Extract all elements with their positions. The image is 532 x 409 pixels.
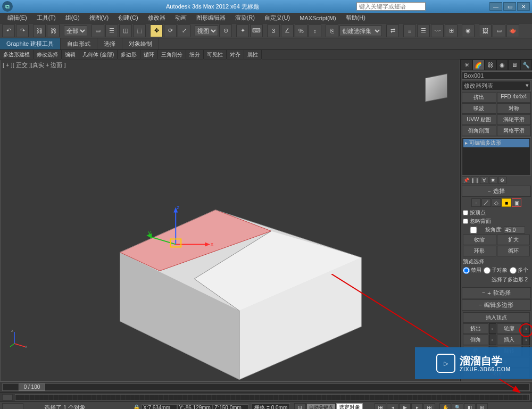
menu-animation[interactable]: 动画 (171, 13, 191, 23)
zoom-icon[interactable]: 🔍 (452, 403, 463, 409)
menu-views[interactable]: 视图(V) (85, 13, 113, 23)
tab-selection[interactable]: 选择 (97, 38, 122, 49)
subobj-polygon-icon[interactable]: ■ (502, 198, 511, 207)
extrude-settings-icon[interactable]: ▫ (489, 323, 496, 334)
coord-x-field[interactable] (148, 405, 176, 409)
modbtn-turbosmooth[interactable]: 涡轮平滑 (497, 114, 531, 125)
close-button[interactable]: ✕ (517, 2, 530, 11)
utilities-tab-icon[interactable]: 🔧 (520, 60, 532, 70)
scale-icon[interactable]: ⤢ (178, 24, 190, 37)
maximize-button[interactable]: ▭ (503, 2, 516, 11)
manipulate-icon[interactable]: ✦ (236, 24, 249, 37)
viewport[interactable]: [ + ][ 正交 ][真实 + 边面 ] (0, 60, 460, 381)
tab-freeform[interactable]: 自由形式 (61, 38, 97, 49)
create-tab-icon[interactable]: ✳ (461, 60, 472, 70)
snap-toggle-icon[interactable]: 3 (267, 24, 280, 37)
panel-tri[interactable]: 三角剖分 (158, 50, 186, 60)
motion-tab-icon[interactable]: ◉ (496, 60, 508, 70)
subobj-border-icon[interactable]: ◇ (492, 198, 501, 207)
goto-end-icon[interactable]: ⏭ (423, 403, 435, 409)
menu-group[interactable]: 组(G) (61, 13, 84, 23)
render-frame-icon[interactable]: ▭ (493, 24, 505, 37)
show-end-icon[interactable]: ❙❙ (471, 177, 479, 184)
menu-maxscript[interactable]: MAXScript(M) (295, 14, 340, 22)
link-icon[interactable]: ⛓ (33, 24, 46, 37)
panel-props[interactable]: 属性 (244, 50, 262, 60)
rollout-softsel[interactable]: + 软选择 (462, 287, 531, 298)
menu-tools[interactable]: 工具(T) (32, 13, 60, 23)
unlink-icon[interactable]: ⛓̸ (47, 24, 60, 37)
modbtn-ffd[interactable]: FFD 4x4x4 (497, 92, 531, 103)
modify-tab-icon[interactable]: 🌈 (472, 60, 484, 70)
mirror-icon[interactable]: ⇄ (386, 24, 399, 37)
preview-subobj-radio[interactable] (484, 267, 491, 274)
window-crossing-icon[interactable]: ⬚ (133, 24, 146, 37)
panel-geom[interactable]: 几何体 (全部) (79, 50, 118, 60)
by-vertex-checkbox[interactable] (463, 210, 468, 215)
select-name-icon[interactable]: ☰ (105, 24, 118, 37)
panel-modsel[interactable]: 修改选择 (34, 50, 62, 60)
coord-y-field[interactable] (184, 405, 211, 409)
selkey-label[interactable]: 选定对象 (336, 403, 363, 409)
viewport-label[interactable]: [ + ][ 正交 ][真实 + 边面 ] (3, 61, 66, 69)
pin-stack-icon[interactable]: 📌 (462, 177, 470, 184)
extrude-button[interactable]: 挤出 (463, 323, 488, 334)
unique-icon[interactable]: ∀ (480, 177, 488, 184)
menu-create[interactable]: 创建(C) (114, 13, 142, 23)
menu-modifiers[interactable]: 修改器 (144, 13, 170, 23)
curve-editor-icon[interactable]: 〰 (431, 24, 444, 37)
select-region-icon[interactable]: ◫ (119, 24, 132, 37)
align-icon[interactable]: ≡ (403, 24, 416, 37)
trackbar-ticks[interactable] (15, 394, 530, 400)
stack-item-editpoly[interactable]: ▸ 可编辑多边形 (463, 139, 529, 147)
search-input[interactable] (356, 2, 426, 11)
render-setup-icon[interactable]: 🖼 (479, 24, 492, 37)
outline-settings-icon[interactable]: ▫ (522, 323, 530, 334)
display-tab-icon[interactable]: 🖥 (508, 60, 520, 70)
subobj-vertex-icon[interactable]: · (471, 198, 481, 207)
fov-icon[interactable]: ◧ (464, 403, 476, 409)
ref-coord-system[interactable]: 视图 (195, 26, 218, 36)
select-icon[interactable]: ▭ (92, 24, 104, 37)
rotate-icon[interactable]: ⟳ (164, 24, 177, 37)
zoom-all-icon[interactable]: ⊞ (476, 403, 488, 409)
tab-objpaint[interactable]: 对象绘制 (122, 38, 159, 49)
schematic-icon[interactable]: ⊞ (445, 24, 458, 37)
menu-render[interactable]: 渲染(R) (231, 13, 259, 23)
modifier-stack[interactable]: ▸ 可编辑多边形 (462, 137, 531, 176)
panel-polymodel[interactable]: 多边形建模 (0, 50, 34, 60)
lock-icon[interactable]: 🔒 (133, 404, 140, 409)
redo-icon[interactable]: ↷ (16, 24, 29, 37)
angle-snap-icon[interactable]: ∠ (281, 24, 294, 37)
spinner-snap-icon[interactable]: ↕ (309, 24, 321, 37)
play-icon[interactable]: ▶ (399, 403, 411, 409)
menu-edit[interactable]: 编辑(E) (3, 13, 31, 23)
pivot-icon[interactable]: ⊙ (219, 24, 232, 37)
ring-button[interactable]: 环形 (463, 246, 496, 256)
shrink-button[interactable]: 收缩 (463, 235, 496, 245)
named-sel-icon[interactable]: ⎘ (326, 24, 338, 37)
trackbar-toggle-icon[interactable] (2, 394, 13, 400)
insert-vertex-button[interactable]: 插入顶点 (463, 312, 530, 323)
pan-icon[interactable]: ✋ (439, 403, 451, 409)
layers-icon[interactable]: ☰ (417, 24, 430, 37)
menu-graph[interactable]: 图形编辑器 (192, 13, 230, 23)
object-name-field[interactable] (462, 71, 532, 80)
bevel-button[interactable]: 倒角 (463, 335, 488, 345)
ignore-back-checkbox[interactable] (463, 219, 468, 224)
modbtn-bevelprofile[interactable]: 倒角剖面 (462, 126, 496, 136)
help-search[interactable] (356, 2, 426, 11)
keyboard-icon[interactable]: ⌨ (250, 24, 263, 37)
minimize-button[interactable]: — (489, 2, 502, 11)
isolate-icon[interactable]: ⊡ (294, 403, 306, 409)
inset-settings-icon[interactable]: ▫ (522, 335, 530, 345)
configure-icon[interactable]: ⚙ (498, 177, 506, 184)
preview-multi-radio[interactable] (510, 267, 517, 274)
named-selection-set[interactable]: 创建选择集 (339, 26, 382, 36)
modbtn-meshsmooth[interactable]: 网格平滑 (497, 126, 531, 136)
tab-graphite[interactable]: Graphite 建模工具 (0, 38, 61, 49)
script-mini-icon[interactable] (2, 403, 23, 410)
time-slider[interactable]: 0 / 100 (2, 383, 530, 391)
modbtn-symmetry[interactable]: 对称 (497, 103, 531, 114)
render-icon[interactable]: 🫖 (506, 24, 519, 37)
